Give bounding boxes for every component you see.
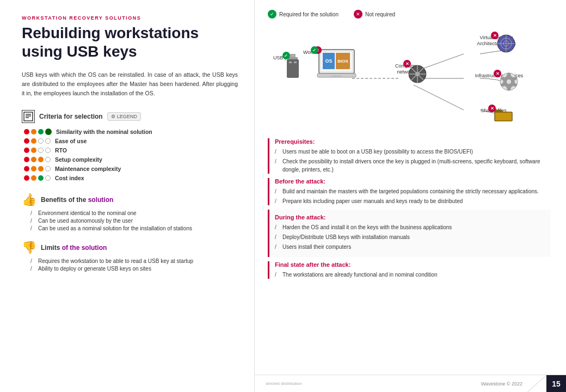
- check-icon: ✓: [268, 10, 276, 19]
- during-attack-heading: During the attack:: [275, 214, 546, 220]
- svg-rect-35: [495, 112, 512, 121]
- legend-required: ✓ Required for the solution: [268, 10, 339, 19]
- before-attack-section: Before the attack: / Build and maintain …: [268, 178, 551, 205]
- before-attack-heading: Before the attack:: [275, 178, 551, 185]
- legend-not-required: ✕ Not required: [354, 10, 395, 19]
- limits-section: 👎 Limits of the solution Requires the wo…: [22, 241, 238, 273]
- prerequisites-section: Prerequisites: / Users must be able to b…: [268, 138, 551, 174]
- svg-text:BIOS: BIOS: [337, 59, 348, 64]
- benefits-title: Benefits of the solution: [41, 196, 113, 204]
- criteria-row: Setup complexity: [22, 156, 238, 163]
- svg-rect-11: [289, 62, 292, 63]
- benefit-item: Can be used autonomously by the user: [30, 218, 238, 224]
- criteria-row: Maintenance complexity: [22, 166, 238, 172]
- svg-rect-20: [331, 76, 342, 77]
- criteria-row: Similarity with the nominal solution: [22, 128, 238, 135]
- svg-point-26: [415, 72, 420, 76]
- prerequisites-heading: Prerequisites:: [275, 138, 551, 145]
- usb-check-badge: ✓: [282, 52, 290, 59]
- infra-node: ✕ Infrastructure services: [464, 72, 534, 78]
- usb-node: ✓ USB ports: [273, 54, 296, 60]
- vdi-x-badge: ✕: [491, 32, 499, 39]
- before-attack-content: / Build and maintain the masters with th…: [275, 187, 551, 205]
- copyright: Wavestone © 2022: [481, 381, 522, 387]
- svg-line-36: [527, 375, 546, 393]
- final-state-content: / The workstations are already functiona…: [275, 271, 551, 279]
- vdi-node: ✕ Virtual DesktopArchitecture (VDI): [464, 34, 529, 47]
- benefit-item: Environment identical to the nominal one: [30, 210, 238, 216]
- criteria-row: Cost index: [22, 175, 238, 181]
- diagonal-decoration: [527, 375, 546, 393]
- benefit-item: Can be used as a nominal solution for th…: [30, 225, 238, 231]
- criteria-row: RTO: [22, 147, 238, 154]
- thumbs-down-icon: 👎: [22, 241, 36, 255]
- svg-text:OS: OS: [325, 58, 332, 64]
- during-attack-content: / Harden the OS and install it on the ke…: [275, 223, 546, 251]
- benefits-section: 👍 Benefits of the solution Environment i…: [22, 193, 238, 233]
- description: USB keys with which the OS can be reinst…: [22, 70, 238, 97]
- thumbs-up-icon: 👍: [22, 193, 36, 207]
- final-state-heading: Final state after the attack:: [275, 261, 551, 268]
- infra-x-badge: ✕: [494, 70, 501, 77]
- prerequisites-content: / Users must be able to boot on a USB ke…: [275, 148, 551, 174]
- svg-rect-10: [287, 59, 299, 78]
- page-number: 15: [546, 375, 566, 393]
- svg-line-7: [414, 85, 464, 110]
- shared-files-node: ✕ Shared files: [466, 107, 521, 113]
- limits-list: Requires the workstation to be able to r…: [22, 258, 238, 272]
- main-title: Rebuilding workstations using USB keys: [22, 24, 238, 60]
- criteria-section: Criteria for selection ⚙ LEGEND Similari…: [22, 110, 238, 184]
- svg-point-34: [507, 79, 511, 84]
- criteria-icon: [22, 110, 35, 123]
- restricted-label: stricted distribution: [255, 381, 302, 386]
- limit-item: Requires the workstation to be able to r…: [30, 258, 238, 264]
- svg-rect-0: [24, 112, 33, 121]
- shared-x-badge: ✕: [488, 105, 496, 112]
- benefits-list: Environment identical to the nominal one…: [22, 210, 238, 231]
- legend-row: ✓ Required for the solution ✕ Not requir…: [268, 10, 553, 19]
- limits-title: Limits of the solution: [41, 244, 107, 252]
- x-icon: ✕: [354, 10, 362, 19]
- diagram: ✓ USB ports OS BIOS: [268, 24, 553, 133]
- during-attack-section: During the attack: / Harden the OS and i…: [268, 210, 551, 257]
- network-hub-node: ✕ Companynetwork: [395, 62, 416, 75]
- subtitle: WORKSTATION RECOVERY SOLUTIONS: [22, 15, 238, 21]
- criteria-row: Ease of use: [22, 138, 238, 144]
- limit-item: Ability to deploy or generate USB keys o…: [30, 266, 238, 272]
- svg-rect-8: [290, 54, 296, 57]
- criteria-title: Criteria for selection: [39, 113, 103, 120]
- svg-rect-12: [294, 62, 297, 63]
- legend-badge[interactable]: ⚙ LEGEND: [107, 112, 141, 121]
- ws-check-badge: ✓: [311, 46, 318, 54]
- final-state-section: Final state after the attack: / The work…: [268, 261, 551, 279]
- workstation-node: OS BIOS ✕ ✓ Workstation: [303, 48, 329, 55]
